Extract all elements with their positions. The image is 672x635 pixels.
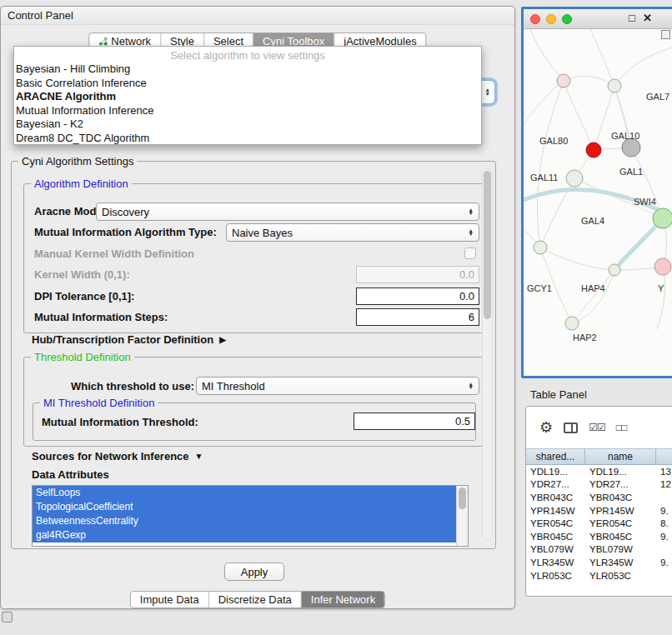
table-panel: shared...name YDL19...YDL19...13YDR27...… xyxy=(525,406,672,597)
list-scrollbar-thumb[interactable] xyxy=(459,488,466,509)
network-canvas[interactable]: GAL80GAL10GAL11GAL1SWI4GAL4GCY1HAP4YHAP2… xyxy=(524,29,672,376)
table-cell: YDR27... xyxy=(526,479,585,489)
sources-disclosure[interactable]: Sources for Network Inference xyxy=(32,450,203,462)
table-cell: 8. xyxy=(656,518,672,528)
network-view-window: □ ✕ GAL80GAL10GAL11GAL1SWI4GAL4GCY1HAP4Y… xyxy=(521,7,672,378)
network-node-label: GCY1 xyxy=(527,283,552,293)
tab-discretize-data[interactable]: Discretize Data xyxy=(208,592,301,608)
tab-impute-data[interactable]: Impute Data xyxy=(131,592,208,608)
table-row[interactable]: YDL19...YDL19...13 xyxy=(526,465,672,478)
gear-icon[interactable] xyxy=(539,420,553,435)
mi-steps-input[interactable] xyxy=(356,308,479,326)
close-traffic-light[interactable] xyxy=(530,14,540,24)
table-column-header[interactable]: shared... xyxy=(526,449,585,464)
table-cell: YDL19... xyxy=(526,467,585,477)
which-threshold-combobox[interactable]: MI Threshold xyxy=(196,377,479,395)
network-edge xyxy=(564,81,594,150)
network-node[interactable] xyxy=(622,138,640,157)
table-row[interactable]: YDR27...YDR27...12 xyxy=(526,478,672,492)
aracne-mode-combobox[interactable]: Discovery xyxy=(96,202,479,221)
deselect-all-columns-icon[interactable] xyxy=(616,422,627,433)
network-graph[interactable]: GAL80GAL10GAL11GAL1SWI4GAL4GCY1HAP4YHAP2… xyxy=(524,29,672,376)
algorithm-option-dream8-dc-tdc-algorithm[interactable]: Dream8 DC_TDC Algorithm xyxy=(14,132,481,146)
network-window-titlebar[interactable]: □ ✕ xyxy=(524,9,672,29)
settings-scrollbar-thumb[interactable] xyxy=(484,171,491,319)
table-body: YDL19...YDL19...13YDR27...YDR27...12YBR0… xyxy=(526,465,672,597)
control-panel-titlebar[interactable]: Control Panel xyxy=(1,7,514,25)
algorithm-option-aracne-algorithm[interactable]: ARACNE Algorithm xyxy=(14,90,481,104)
mi-threshold-group: MI Threshold Definition Mutual Informati… xyxy=(33,402,476,441)
kernel-width-input[interactable] xyxy=(356,266,479,283)
table-cell: 9. xyxy=(656,532,672,542)
hub-definition-disclosure[interactable]: Hub/Transcription Factor Definition xyxy=(32,333,226,346)
algorithm-option-mutual-information-inference[interactable]: Mutual Information Inference xyxy=(14,104,481,118)
network-node[interactable] xyxy=(534,241,547,254)
docked-panel-icon[interactable] xyxy=(2,612,13,622)
table-cell: YDL19... xyxy=(585,467,656,477)
network-node[interactable] xyxy=(586,142,601,158)
table-header-row: shared...name xyxy=(526,448,672,465)
table-row[interactable]: YLR345WYLR345W9. xyxy=(526,556,672,569)
column-browser-icon[interactable] xyxy=(564,422,578,433)
combo-arrows-icon xyxy=(469,382,474,390)
manual-kernel-width-checkbox[interactable] xyxy=(464,248,476,259)
table-row[interactable]: YBR043CYBR043C xyxy=(526,491,672,504)
table-row[interactable]: YER054CYER054C8. xyxy=(526,517,672,530)
list-scrollbar[interactable] xyxy=(456,486,468,546)
minimize-traffic-light[interactable] xyxy=(546,14,556,24)
table-cell: YDR27... xyxy=(585,479,656,489)
apply-button[interactable]: Apply xyxy=(224,562,284,581)
table-cell: YLR053C xyxy=(526,571,585,581)
cyni-mode-tabbar: Impute DataDiscretize DataInfer Network xyxy=(130,591,385,608)
data-attribute-item[interactable]: BetweennessCentrality xyxy=(33,514,456,528)
settings-scrollbar[interactable] xyxy=(482,168,493,540)
algorithm-option-bayesian-hill-climbing[interactable]: Bayesian - Hill Climbing xyxy=(14,62,481,77)
table-panel-title: Table Panel xyxy=(530,388,587,401)
algorithm-option-basic-correlation-inference[interactable]: Basic Correlation Inference xyxy=(14,77,481,91)
mi-threshold-label: Mutual Information Threshold: xyxy=(42,416,198,428)
mi-steps-label: Mutual Information Steps: xyxy=(34,311,168,323)
table-cell: YBR045C xyxy=(526,532,585,542)
network-node[interactable] xyxy=(566,170,583,187)
table-row[interactable]: YLR053CYLR053C xyxy=(526,569,672,582)
network-node-label: GAL11 xyxy=(530,172,558,182)
close-window-button[interactable]: ✕ xyxy=(643,12,652,24)
data-attribute-item[interactable]: gal4RGexp xyxy=(33,528,456,542)
tab-infer-network[interactable]: Infer Network xyxy=(301,592,384,608)
dropdown-placeholder: Select algorithm to view settings xyxy=(14,48,481,62)
table-column-header[interactable] xyxy=(656,449,672,464)
mi-threshold-input[interactable] xyxy=(354,412,475,430)
table-row[interactable]: YBL079WYBL079W xyxy=(526,543,672,557)
select-all-columns-icon[interactable] xyxy=(589,422,605,433)
table-cell: YPR145W xyxy=(585,506,656,516)
data-attribute-item[interactable]: SelfLoops xyxy=(33,486,456,500)
network-overview-toggle[interactable] xyxy=(661,30,670,39)
network-node[interactable] xyxy=(565,317,579,330)
dpi-tolerance-label: DPI Tolerance [0,1]: xyxy=(34,290,134,302)
table-cell: YLR345W xyxy=(526,558,585,568)
network-node[interactable] xyxy=(609,264,620,276)
aracne-mode-value: Discovery xyxy=(102,206,464,218)
dropdown-options: Bayesian - Hill ClimbingBasic Correlatio… xyxy=(14,62,481,145)
algorithm-option-bayesian-k2[interactable]: Bayesian - K2 xyxy=(14,118,481,132)
combo-arrows-icon xyxy=(469,229,474,237)
network-node[interactable] xyxy=(654,258,671,275)
network-node[interactable] xyxy=(653,208,672,228)
which-threshold-value: MI Threshold xyxy=(202,380,464,392)
table-column-header[interactable]: name xyxy=(585,449,656,464)
collapsed-arrow-icon xyxy=(219,336,226,344)
network-node-label: SWI4 xyxy=(634,197,656,207)
hub-definition-label: Hub/Transcription Factor Definition xyxy=(32,333,213,346)
network-node-label: GAL4 xyxy=(581,216,604,226)
float-window-button[interactable]: □ xyxy=(629,12,635,24)
network-node[interactable] xyxy=(608,79,621,92)
network-node[interactable] xyxy=(557,74,570,88)
table-row[interactable]: YBR045CYBR045C9. xyxy=(526,530,672,543)
application-window: Control Panel NetworkStyleSelectCyni Too… xyxy=(0,0,672,635)
data-attribute-item[interactable]: TopologicalCoefficient xyxy=(33,500,456,514)
zoom-traffic-light[interactable] xyxy=(562,14,572,24)
table-row[interactable]: YPR145WYPR145W9. xyxy=(526,504,672,518)
mi-algorithm-type-combobox[interactable]: Naive Bayes xyxy=(226,223,479,242)
data-attributes-list[interactable]: SelfLoopsTopologicalCoefficientBetweenne… xyxy=(32,485,469,547)
dpi-tolerance-input[interactable] xyxy=(356,288,479,305)
